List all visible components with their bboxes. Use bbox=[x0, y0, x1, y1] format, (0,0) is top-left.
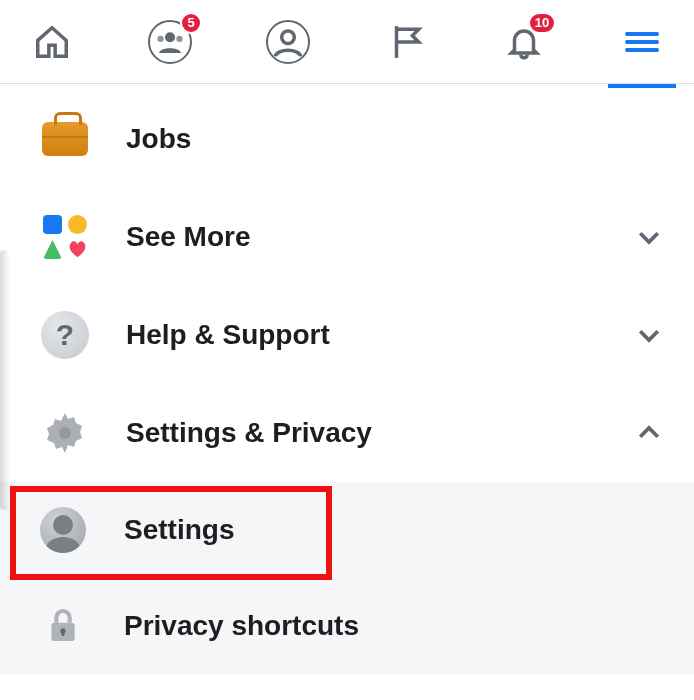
avatar-icon bbox=[40, 507, 86, 553]
menu-item-label: See More bbox=[126, 221, 634, 253]
profile-tab[interactable] bbox=[264, 18, 312, 66]
friends-tab[interactable]: 5 bbox=[146, 18, 194, 66]
menu-item-jobs[interactable]: Jobs bbox=[0, 90, 694, 188]
menu-item-label: Settings & Privacy bbox=[126, 417, 634, 449]
profile-icon bbox=[266, 20, 310, 64]
settings-privacy-submenu: Settings Privacy shortcuts bbox=[0, 482, 694, 674]
hamburger-icon bbox=[625, 28, 659, 56]
lock-icon bbox=[36, 599, 90, 653]
menu-item-settings-privacy[interactable]: Settings & Privacy bbox=[0, 384, 694, 482]
svg-point-2 bbox=[176, 35, 182, 41]
svg-point-3 bbox=[282, 30, 295, 43]
friends-badge: 5 bbox=[180, 12, 202, 34]
submenu-item-settings[interactable]: Settings bbox=[0, 482, 694, 578]
gear-icon bbox=[38, 406, 92, 460]
menu-item-label: Privacy shortcuts bbox=[124, 610, 664, 642]
svg-point-1 bbox=[157, 35, 163, 41]
svg-rect-8 bbox=[62, 631, 65, 636]
menu-item-label: Jobs bbox=[126, 123, 664, 155]
svg-point-0 bbox=[165, 32, 175, 42]
chevron-down-icon bbox=[634, 320, 664, 350]
briefcase-icon bbox=[42, 122, 88, 156]
menu-list: Jobs See More ? Help & Support Settings … bbox=[0, 84, 694, 674]
chevron-down-icon bbox=[634, 222, 664, 252]
apps-icon bbox=[43, 215, 87, 259]
active-indicator bbox=[608, 84, 676, 88]
menu-item-label: Settings bbox=[124, 514, 664, 546]
notifications-tab[interactable]: 10 bbox=[500, 18, 548, 66]
menu-item-see-more[interactable]: See More bbox=[0, 188, 694, 286]
chevron-up-icon bbox=[634, 418, 664, 448]
menu-tab[interactable] bbox=[618, 18, 666, 66]
pages-tab[interactable] bbox=[382, 18, 430, 66]
home-icon bbox=[33, 23, 71, 61]
menu-item-help-support[interactable]: ? Help & Support bbox=[0, 286, 694, 384]
help-icon: ? bbox=[41, 311, 89, 359]
notifications-badge: 10 bbox=[528, 12, 556, 34]
submenu-item-privacy-shortcuts[interactable]: Privacy shortcuts bbox=[0, 578, 694, 674]
menu-item-label: Help & Support bbox=[126, 319, 634, 351]
flag-icon bbox=[387, 23, 425, 61]
top-nav: 5 10 bbox=[0, 0, 694, 84]
home-tab[interactable] bbox=[28, 18, 76, 66]
